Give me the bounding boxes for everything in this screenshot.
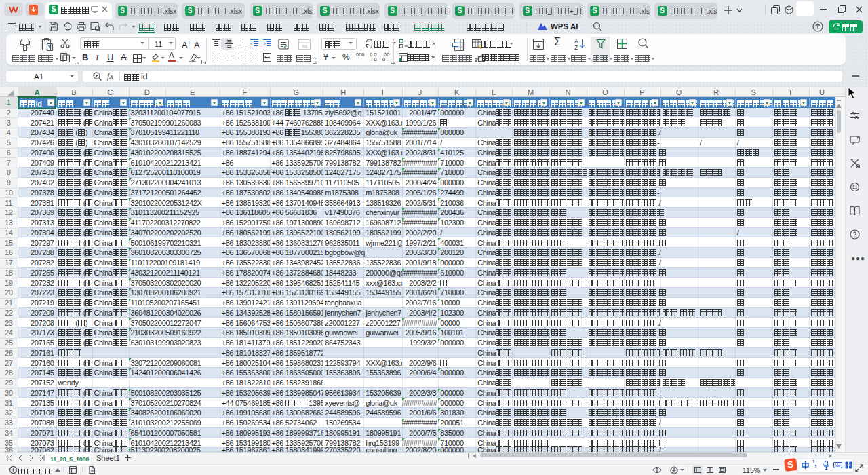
- svg-text:Z: Z: [574, 44, 578, 50]
